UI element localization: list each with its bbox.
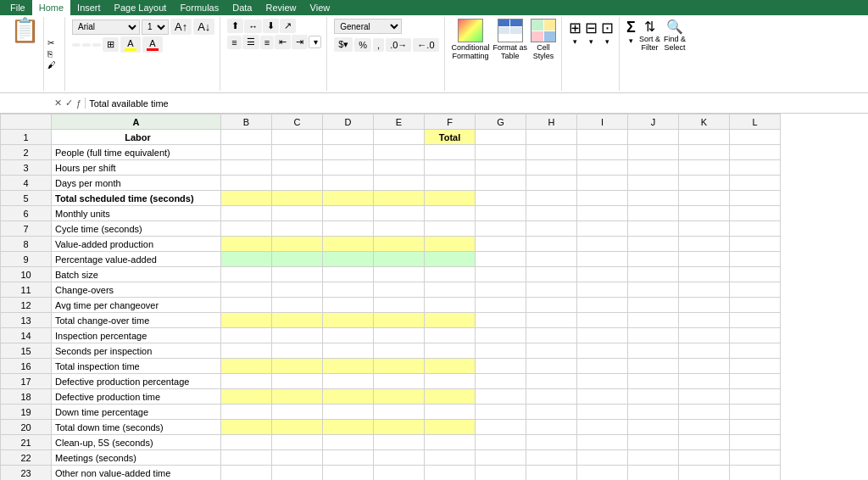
- cell-e13[interactable]: [374, 313, 425, 328]
- cell-e20[interactable]: [374, 420, 425, 435]
- cell-e7[interactable]: [374, 221, 425, 237]
- row-header-22[interactable]: 22: [1, 450, 52, 466]
- col-header-f[interactable]: F: [425, 114, 476, 130]
- cell-l8[interactable]: [730, 237, 781, 252]
- row-header-4[interactable]: 4: [1, 176, 52, 191]
- cell-k11[interactable]: [679, 282, 730, 298]
- cell-g21[interactable]: [476, 435, 526, 450]
- cell-b3[interactable]: [221, 160, 272, 176]
- cell-b9[interactable]: [221, 252, 272, 267]
- decrease-decimal-button[interactable]: ←.0: [413, 38, 438, 52]
- cell-l21[interactable]: [730, 435, 781, 450]
- cell-b2[interactable]: [221, 145, 272, 160]
- cell-a7[interactable]: Cycle time (seconds): [52, 221, 221, 237]
- decrease-indent-button[interactable]: ⇤: [275, 35, 291, 49]
- percent-button[interactable]: %: [354, 38, 371, 52]
- cell-i11[interactable]: [577, 282, 628, 298]
- cell-e11[interactable]: [374, 282, 425, 298]
- cell-j12[interactable]: [628, 298, 679, 313]
- cell-k23[interactable]: [679, 466, 730, 481]
- cell-k2[interactable]: [679, 145, 730, 160]
- cell-e15[interactable]: [374, 343, 425, 359]
- cell-b7[interactable]: [221, 221, 272, 237]
- cell-b12[interactable]: [221, 298, 272, 313]
- cell-e18[interactable]: [374, 389, 425, 405]
- col-header-l[interactable]: L: [730, 114, 781, 130]
- cell-b19[interactable]: [221, 405, 272, 420]
- cell-f7[interactable]: [425, 221, 476, 237]
- cell-j14[interactable]: [628, 328, 679, 343]
- cell-h21[interactable]: [526, 435, 577, 450]
- cell-g13[interactable]: [476, 313, 526, 328]
- cell-a5[interactable]: Total scheduled time (seconds): [52, 191, 221, 206]
- cell-e23[interactable]: [374, 466, 425, 481]
- tab-review[interactable]: Review: [259, 0, 303, 15]
- cell-c17[interactable]: [272, 374, 323, 389]
- cell-i21[interactable]: [577, 435, 628, 450]
- wrap-text-button[interactable]: [297, 24, 305, 29]
- cell-l14[interactable]: [730, 328, 781, 343]
- cell-j18[interactable]: [628, 389, 679, 405]
- cell-d20[interactable]: [323, 420, 374, 435]
- cell-b23[interactable]: [221, 466, 272, 481]
- cell-a1[interactable]: Labor: [52, 130, 221, 145]
- cell-k17[interactable]: [679, 374, 730, 389]
- cell-e2[interactable]: [374, 145, 425, 160]
- cell-d15[interactable]: [323, 343, 374, 359]
- sort-filter-button[interactable]: ⇅ Sort &Filter: [639, 19, 660, 52]
- cell-c20[interactable]: [272, 420, 323, 435]
- cell-l6[interactable]: [730, 206, 781, 221]
- row-header-20[interactable]: 20: [1, 420, 52, 435]
- cell-l22[interactable]: [730, 450, 781, 466]
- cell-d2[interactable]: [323, 145, 374, 160]
- cell-a16[interactable]: Total inspection time: [52, 359, 221, 374]
- increase-decimal-button[interactable]: .0→: [386, 38, 411, 52]
- row-header-11[interactable]: 11: [1, 282, 52, 298]
- tab-formulas[interactable]: Formulas: [173, 0, 225, 15]
- cell-a15[interactable]: Seconds per inspection: [52, 343, 221, 359]
- cell-f17[interactable]: [425, 374, 476, 389]
- cell-l4[interactable]: [730, 176, 781, 191]
- conditional-formatting-button[interactable]: ConditionalFormatting: [452, 19, 490, 60]
- cell-i6[interactable]: [577, 206, 628, 221]
- cell-e9[interactable]: [374, 252, 425, 267]
- cell-f18[interactable]: [425, 389, 476, 405]
- row-header-6[interactable]: 6: [1, 206, 52, 221]
- cell-a10[interactable]: Batch size: [52, 267, 221, 282]
- cell-g16[interactable]: [476, 359, 526, 374]
- format-as-table-button[interactable]: Format asTable: [493, 19, 528, 60]
- cell-e4[interactable]: [374, 176, 425, 191]
- row-header-1[interactable]: 1: [1, 130, 52, 145]
- cell-l7[interactable]: [730, 221, 781, 237]
- cell-i9[interactable]: [577, 252, 628, 267]
- cell-k10[interactable]: [679, 267, 730, 282]
- cell-j9[interactable]: [628, 252, 679, 267]
- cell-k1[interactable]: [679, 130, 730, 145]
- cell-k15[interactable]: [679, 343, 730, 359]
- cell-a21[interactable]: Clean-up, 5S (seconds): [52, 435, 221, 450]
- cell-d1[interactable]: [323, 130, 374, 145]
- row-header-16[interactable]: 16: [1, 359, 52, 374]
- cell-d12[interactable]: [323, 298, 374, 313]
- cell-b5[interactable]: [221, 191, 272, 206]
- font-name-select[interactable]: Arial: [72, 20, 140, 35]
- row-header-18[interactable]: 18: [1, 389, 52, 405]
- cell-i8[interactable]: [577, 237, 628, 252]
- col-header-j[interactable]: J: [628, 114, 679, 130]
- cell-h18[interactable]: [526, 389, 577, 405]
- col-header-g[interactable]: G: [476, 114, 526, 130]
- cell-b13[interactable]: [221, 313, 272, 328]
- cell-c6[interactable]: [272, 206, 323, 221]
- align-middle-button[interactable]: ↔: [244, 20, 262, 33]
- align-top-button[interactable]: ⬆: [227, 19, 243, 33]
- col-header-i[interactable]: I: [577, 114, 628, 130]
- cell-i18[interactable]: [577, 389, 628, 405]
- confirm-formula-icon[interactable]: ✓: [65, 98, 73, 109]
- cell-k7[interactable]: [679, 221, 730, 237]
- cell-c2[interactable]: [272, 145, 323, 160]
- font-color-button[interactable]: A: [142, 36, 163, 53]
- cell-c4[interactable]: [272, 176, 323, 191]
- row-header-10[interactable]: 10: [1, 267, 52, 282]
- cell-a2[interactable]: People (full time equivalent): [52, 145, 221, 160]
- cell-d10[interactable]: [323, 267, 374, 282]
